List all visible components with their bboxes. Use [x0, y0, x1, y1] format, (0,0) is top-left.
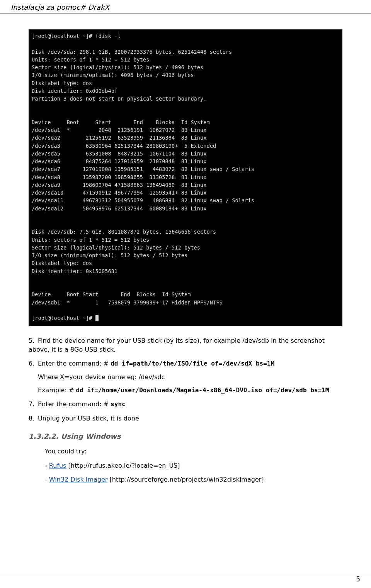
term-line: Disklabel type: dos	[32, 80, 92, 86]
page-header: Instalacja za pomoc# DrakX	[0, 0, 371, 14]
rufus-link[interactable]: Rufus	[49, 462, 66, 469]
step-lead: Enter the command: #	[38, 400, 111, 408]
term-prompt: [root@localhost ~]# fdisk -l	[32, 33, 121, 39]
section-heading: 1.3.2.2. Using Windows	[29, 431, 342, 441]
dash: -	[45, 462, 49, 469]
term-table-head: Device Boot Start End Blocks Id System	[32, 119, 210, 125]
term-row: /dev/sda12 504958976 625137344 60089184+…	[32, 205, 207, 212]
step-number: 7.	[29, 400, 38, 409]
spacer	[0, 490, 371, 517]
step-number: 6.	[29, 359, 38, 368]
step-text: Find the device name for your USB stick …	[29, 337, 325, 353]
term-row: /dev/sda3 63530964 625137344 280803190+ …	[32, 143, 216, 149]
document-body: 5.Find the device name for your USB stic…	[0, 337, 371, 484]
steps-list: 5.Find the device name for your USB stic…	[29, 337, 342, 423]
header-title: Instalacja za pomoc# DrakX	[11, 3, 109, 11]
command-text: dd if=/home/user/Downloads/Mageia-4-x86_…	[76, 386, 329, 394]
term-prompt: [root@localhost ~]#	[32, 315, 95, 321]
term-line: Disk /dev/sda: 298.1 GiB, 320072933376 b…	[32, 49, 232, 55]
term-line: Units: sectors of 1 * 512 = 512 bytes	[32, 237, 149, 243]
term-line: I/O size (minimum/optimal): 4096 bytes /…	[32, 72, 194, 78]
command-text: dd if=path/to/the/ISO/file of=/dev/sdX b…	[111, 360, 274, 367]
step-number: 5.	[29, 337, 38, 345]
list-item: 5.Find the device name for your USB stic…	[29, 337, 342, 354]
link-line: - Win32 Disk Imager [http://sourceforge.…	[45, 475, 342, 484]
example-lead: Example: #	[38, 386, 76, 394]
term-line: Disklabel type: dos	[32, 260, 92, 266]
list-item: 6.Enter the command: # dd if=path/to/the…	[29, 359, 342, 395]
list-item: 8.Unplug your USB stick, it is done	[29, 414, 342, 423]
link-url: [http://sourceforge.net/projects/win32di…	[108, 476, 264, 483]
term-line: Units: sectors of 1 * 512 = 512 bytes	[32, 56, 149, 63]
term-row: /dev/sdb1 * 1 7598079 3799039+ 17 Hidden…	[32, 299, 223, 306]
terminal-output: [root@localhost ~]# fdisk -l Disk /dev/s…	[29, 29, 342, 326]
term-row: /dev/sda1 * 2048 21256191 10627072 83 Li…	[32, 127, 207, 133]
term-line: Sector size (logical/physical): 512 byte…	[32, 64, 203, 70]
term-row: /dev/sda6 84875264 127016959 21070848 83…	[32, 158, 207, 164]
step-where: Where X=your device name eg: /dev/sdc	[38, 373, 342, 381]
term-line: Disk identifier: 0x15005631	[32, 268, 117, 274]
term-line: Partition 3 does not start on physical s…	[32, 96, 207, 102]
win32-disk-imager-link[interactable]: Win32 Disk Imager	[49, 476, 108, 483]
term-row: /dev/sda5 63531008 84873215 10671104 83 …	[32, 150, 207, 157]
term-row: /dev/sda11 496781312 504955079 4086884 8…	[32, 197, 254, 203]
term-row: /dev/sda2 21256192 63528959 21136384 83 …	[32, 135, 207, 141]
term-row: /dev/sda8 135987200 198598655 31305728 8…	[32, 174, 207, 180]
term-line: I/O size (minimum/optimal): 512 bytes / …	[32, 252, 187, 258]
term-table-head: Device Boot Start End Blocks Id System	[32, 291, 191, 297]
command-text: sync	[111, 400, 126, 408]
term-line: Sector size (logical/physical): 512 byte…	[32, 244, 200, 251]
section-body: You could try: - Rufus [http://rufus.ake…	[45, 447, 342, 484]
step-text: Unplug your USB stick, it is done	[38, 415, 139, 422]
dash: -	[45, 476, 49, 483]
term-row: /dev/sda7 127019008 135985151 4483072 82…	[32, 166, 254, 172]
term-line: Disk /dev/sdb: 7.5 GiB, 8011087872 bytes…	[32, 229, 216, 235]
link-line: - Rufus [http://rufus.akeo.ie/?locale=en…	[45, 462, 342, 470]
term-line: Disk identifier: 0x000db4bf	[32, 88, 117, 94]
step-example: Example: # dd if=/home/user/Downloads/Ma…	[38, 386, 342, 395]
list-item: 7.Enter the command: # sync	[29, 400, 342, 409]
term-row: /dev/sda9 198600704 471588863 136494080 …	[32, 182, 207, 188]
step-text: Enter the command: # dd if=path/to/the/I…	[38, 360, 274, 367]
term-row: /dev/sda10 471590912 496777994 12593541+…	[32, 190, 207, 196]
link-url: [http://rufus.akeo.ie/?locale=en_US]	[66, 462, 180, 469]
step-lead: Enter the command: #	[38, 360, 111, 367]
cursor-icon	[95, 315, 99, 321]
step-text: Enter the command: # sync	[38, 400, 126, 408]
step-number: 8.	[29, 414, 38, 423]
section-intro: You could try:	[45, 447, 342, 456]
